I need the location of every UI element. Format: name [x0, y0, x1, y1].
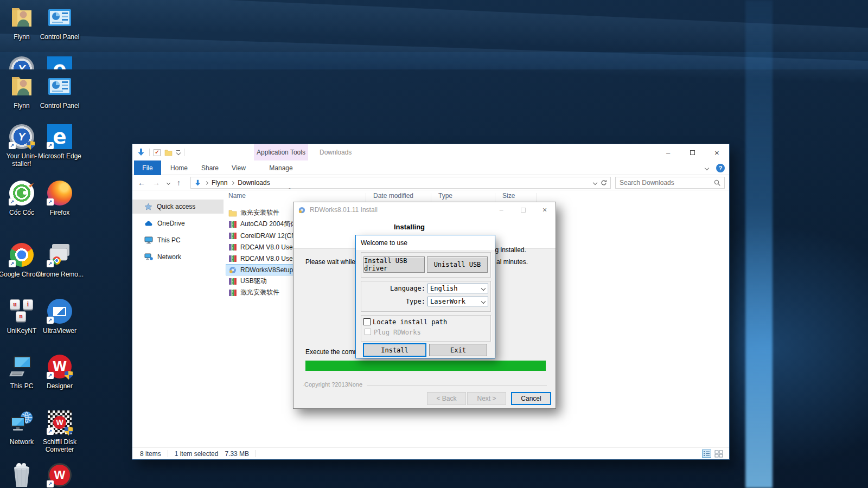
language-label: Language:	[367, 285, 425, 292]
large-icons-view-button[interactable]	[714, 450, 724, 458]
desktop-icon-firefox[interactable]: ↗ Firefox	[35, 180, 84, 216]
selection-size: 7.33 MB	[225, 450, 249, 458]
rar-archive-icon	[228, 277, 237, 286]
desktop-top-strip: Flynn Control Panel Y e	[0, 0, 119, 69]
edge-icon: e	[47, 56, 72, 69]
locate-install-path-checkbox[interactable]	[363, 318, 371, 325]
icon-label: This PC	[10, 382, 34, 390]
sidebar-item-onedrive[interactable]: OneDrive	[132, 216, 224, 230]
icon-label: Designer	[47, 382, 73, 390]
icon-label: Cốc Cốc	[9, 209, 34, 216]
desktop-icon-w-app[interactable]: W ↗	[35, 462, 84, 488]
sidebar-item-this-pc[interactable]: This PC	[132, 233, 224, 247]
up-button[interactable]: ↑	[177, 178, 181, 187]
customize-qat-button[interactable]	[176, 150, 180, 155]
tab-home[interactable]: Home	[165, 160, 193, 175]
quick-access-toolbar: ✓	[137, 144, 184, 160]
minimize-button[interactable]: –	[656, 144, 680, 160]
breadcrumb-item-flynn[interactable]: Flynn	[212, 179, 227, 187]
plug-rdworks-label: Plug RDWorks	[374, 329, 421, 336]
tab-file[interactable]: File	[134, 160, 161, 175]
new-folder-button[interactable]	[164, 149, 173, 156]
plug-rdworks-checkbox[interactable]	[365, 329, 371, 335]
column-header-date-modified[interactable]: Date modified	[373, 192, 413, 200]
forward-button[interactable]: →	[152, 178, 160, 187]
search-icon	[714, 179, 720, 186]
expand-ribbon-icon[interactable]	[705, 166, 709, 170]
close-button[interactable]: ×	[705, 144, 729, 160]
exit-button[interactable]: Exit	[429, 344, 487, 356]
window-title: Downloads	[320, 144, 352, 160]
address-bar-row: ← → ↑ Flynn Downloads	[132, 175, 729, 190]
status-bar: 8 items 1 item selected 7.33 MB	[132, 447, 729, 459]
wallpaper-band	[0, 52, 868, 69]
column-header-name[interactable]: Name	[228, 192, 246, 200]
tab-view[interactable]: View	[226, 160, 252, 175]
back-button[interactable]: ←	[138, 178, 145, 187]
icon-label: UltraViewer	[43, 327, 76, 335]
selection-count: 1 item selected	[175, 450, 219, 458]
close-button[interactable]: ×	[534, 202, 556, 217]
refresh-icon[interactable]	[601, 179, 607, 186]
icon-label: Flynn	[14, 33, 29, 41]
language-select[interactable]: English	[427, 284, 488, 293]
desktop-icon-microsoft-edge[interactable]: e ↗ Microsoft Edge	[35, 124, 84, 160]
desktop-icon-schiffli[interactable]: W ↗ Schiffli Disk Converter	[35, 409, 84, 453]
back-button[interactable]: < Back	[427, 392, 466, 405]
search-box[interactable]	[615, 177, 725, 189]
next-button[interactable]: Next >	[467, 392, 506, 405]
network-icon	[9, 409, 35, 435]
column-header-size[interactable]: Size	[502, 192, 515, 200]
uninstall-usb-button[interactable]: Unistall USB	[427, 256, 488, 273]
star-icon	[144, 203, 152, 211]
uac-shield-icon	[65, 371, 73, 380]
tab-manage[interactable]: Manage	[254, 160, 308, 175]
desktop-icon-control-panel[interactable]: Control Panel	[35, 4, 84, 41]
application-tools-contextual-tab[interactable]: Application Tools	[254, 144, 308, 160]
rar-archive-icon	[228, 220, 237, 229]
install-usb-driver-button[interactable]: Install USB driver	[363, 256, 425, 273]
sidebar-item-network[interactable]: Network	[132, 250, 224, 264]
desktop-icon-partial[interactable]: e	[35, 56, 84, 69]
network-monitor-icon	[144, 253, 153, 261]
breadcrumb-chevron-icon	[231, 181, 234, 184]
shortcut-arrow-icon: ↗	[47, 198, 54, 206]
icon-label: Network	[10, 438, 34, 446]
ribbon-tab-bar: File Home Share View Manage	[132, 160, 729, 175]
sort-ascending-icon[interactable]: ˆ	[289, 188, 291, 195]
welcome-dialog: Welcome to use Install USB driver Unista…	[355, 235, 495, 358]
help-icon[interactable]: ?	[716, 164, 725, 172]
breadcrumb-item-downloads[interactable]: Downloads	[238, 179, 270, 187]
icon-label: Control Panel	[40, 102, 80, 110]
address-bar[interactable]: Flynn Downloads	[190, 177, 611, 189]
desktop-icon-ultraviewer[interactable]: ↗ UltraViewer	[35, 298, 84, 335]
monitor-icon	[144, 236, 153, 244]
details-view-button[interactable]	[702, 450, 711, 458]
shortcut-arrow-icon: ↗	[47, 260, 54, 267]
item-count: 8 items	[140, 450, 161, 458]
minimize-button[interactable]: –	[490, 202, 512, 217]
maximize-button[interactable]	[680, 144, 705, 160]
address-dropdown-icon[interactable]	[593, 181, 597, 185]
desktop-icon-designer[interactable]: W ↗ Designer	[35, 354, 84, 390]
column-header-type[interactable]: Type	[438, 192, 452, 200]
shortcut-arrow-icon: ↗	[47, 480, 54, 487]
desktop-icon-chrome-remote[interactable]: ↗ Chrome Remo...	[35, 242, 84, 278]
shortcut-arrow-icon: ↗	[9, 260, 16, 267]
cancel-button[interactable]: Cancel	[511, 392, 551, 405]
search-input[interactable]	[620, 179, 714, 187]
recent-locations-icon[interactable]	[167, 181, 170, 184]
icon-label: Chrome Remo...	[36, 271, 84, 278]
sidebar-item-quick-access[interactable]: Quick access	[132, 200, 224, 214]
toolbar-separator	[184, 149, 184, 156]
desktop-icon-control-panel[interactable]: Control Panel	[35, 73, 84, 110]
maximize-button[interactable]	[512, 202, 534, 217]
install-button[interactable]: Install	[363, 343, 426, 357]
tab-share[interactable]: Share	[195, 160, 225, 175]
explorer-title-bar: ✓ Application Tools Downloads – ×	[132, 144, 729, 160]
type-select[interactable]: LaserWork	[427, 297, 488, 306]
navigation-buttons: ← → ↑	[138, 175, 181, 190]
your-uninstaller-icon: Y	[9, 56, 34, 69]
properties-button[interactable]: ✓	[154, 149, 161, 156]
user-folder-icon	[9, 4, 35, 30]
